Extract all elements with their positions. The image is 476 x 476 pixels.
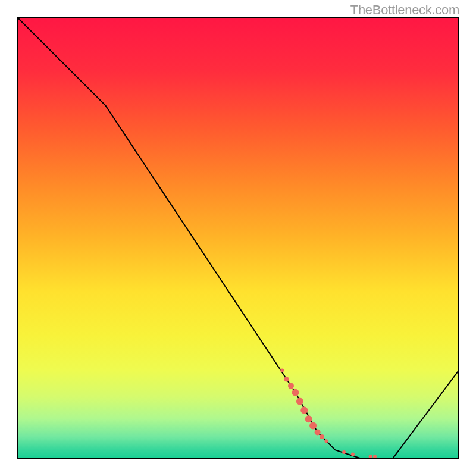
marker-dot — [280, 369, 284, 372]
marker-dot — [369, 455, 372, 458]
curve-layer — [17, 17, 459, 459]
marker-dot — [305, 415, 312, 422]
marker-dot — [284, 377, 289, 381]
marker-dot — [324, 439, 328, 443]
marker-dot — [288, 383, 294, 389]
marker-dot — [315, 430, 321, 436]
marker-dot — [292, 389, 299, 396]
marker-dot — [300, 406, 308, 414]
marker-dot — [320, 434, 324, 439]
watermark-text: TheBottleneck.com — [350, 2, 459, 18]
bottleneck-curve-line — [17, 17, 459, 459]
chart-container: TheBottleneck.com — [0, 0, 476, 476]
highlighted-markers — [280, 369, 377, 459]
marker-dot — [309, 422, 317, 429]
marker-dot — [342, 450, 346, 454]
plot-area — [17, 17, 459, 459]
marker-dot — [296, 398, 303, 405]
marker-dot — [373, 455, 377, 458]
marker-dot — [351, 453, 355, 456]
